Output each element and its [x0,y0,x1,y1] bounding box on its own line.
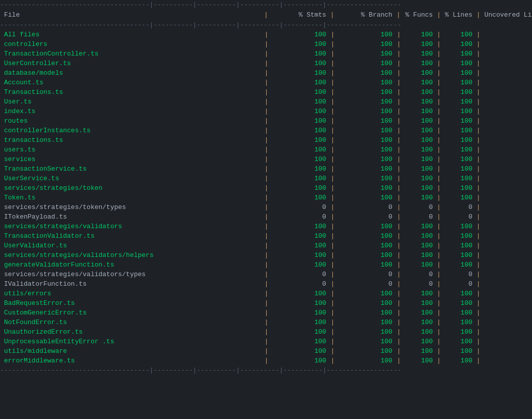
lines-cell: 100 [441,260,477,270]
pipe-separator: | [396,231,401,241]
pipe-separator: | [330,250,335,260]
table-row: generateValidatorFunction.ts|100|100|100… [0,260,532,270]
pipe-separator: | [437,10,441,20]
funcs-cell: 100 [401,193,437,202]
pipe-separator: | [437,308,441,318]
pipe-separator: | [396,318,401,327]
pipe-separator: | [477,250,481,260]
file-cell: services/strategies/validators/helpers [0,250,264,260]
lines-cell: 100 [441,231,477,241]
table-row: routes|100|100|100|100| [0,116,532,126]
uncovered-cell [481,222,532,231]
lines-cell: 100 [441,327,477,337]
header-lines: % Lines [441,10,477,20]
stmts-cell: 0 [269,212,330,222]
pipe-separator: | [396,107,401,116]
pipe-separator: | [396,183,401,193]
lines-cell: 100 [441,222,477,231]
pipe-separator: | [330,174,335,183]
uncovered-cell [481,87,532,97]
pipe-separator: | [264,260,269,270]
table-row: All files|100|100|100|100| [0,30,532,39]
uncovered-cell [481,250,532,260]
file-cell: controllerInstances.ts [0,126,264,135]
pipe-separator: | [330,49,335,59]
lines-cell: 100 [441,97,477,107]
pipe-separator: | [437,356,441,365]
pipe-separator: | [477,107,481,116]
pipe-separator: | [264,154,269,164]
pipe-separator: | [477,116,481,126]
branch-cell: 100 [335,49,396,59]
funcs-cell: 100 [401,59,437,68]
uncovered-cell [481,346,532,356]
branch-cell: 100 [335,97,396,107]
pipe-separator: | [437,116,441,126]
branch-cell: 100 [335,193,396,202]
uncovered-cell [481,193,532,202]
funcs-cell: 100 [401,308,437,318]
file-cell: TransactionService.ts [0,164,264,174]
funcs-cell: 100 [401,116,437,126]
pipe-separator: | [477,298,481,308]
pipe-separator: | [264,356,269,365]
funcs-cell: 100 [401,174,437,183]
pipe-separator: | [396,193,401,202]
funcs-cell: 100 [401,126,437,135]
pipe-separator: | [477,346,481,356]
pipe-separator: | [264,135,269,145]
pipe-separator: | [264,202,269,212]
branch-cell: 100 [335,260,396,270]
stmts-cell: 0 [269,202,330,212]
table-row: TransactionService.ts|100|100|100|100| [0,164,532,174]
pipe-separator: | [396,222,401,231]
pipe-separator: | [264,346,269,356]
pipe-separator: | [477,318,481,327]
uncovered-cell [481,107,532,116]
file-cell: services/strategies/token [0,183,264,193]
table-row: UnprocessableEntityError .ts|100|100|100… [0,337,532,346]
pipe-separator: | [437,49,441,59]
pipe-separator: | [264,308,269,318]
file-cell: UnprocessableEntityError .ts [0,337,264,346]
file-cell: ITokenPayload.ts [0,212,264,222]
pipe-separator: | [477,289,481,298]
pipe-separator: | [396,154,401,164]
lines-cell: 100 [441,154,477,164]
pipe-separator: | [330,30,335,39]
pipe-separator: | [477,97,481,107]
stmts-cell: 100 [269,30,330,39]
uncovered-cell [481,68,532,78]
pipe-separator: | [330,212,335,222]
stmts-cell: 100 [269,231,330,241]
uncovered-cell [481,327,532,337]
file-cell: services [0,154,264,164]
file-cell: generateValidatorFunction.ts [0,260,264,270]
pipe-separator: | [396,250,401,260]
lines-cell: 100 [441,164,477,174]
pipe-separator: | [264,250,269,260]
table-row: utils/middleware|100|100|100|100| [0,346,532,356]
branch-cell: 100 [335,327,396,337]
table-row: controllers|100|100|100|100| [0,39,532,49]
pipe-separator: | [437,193,441,202]
header-stmts: % Stmts [269,10,330,20]
file-cell: utils/middleware [0,346,264,356]
uncovered-cell [481,59,532,68]
pipe-separator: | [396,126,401,135]
funcs-cell: 100 [401,260,437,270]
table-row: UserController.ts|100|100|100|100| [0,59,532,68]
table-row: UserValidator.ts|100|100|100|100| [0,241,532,250]
lines-cell: 100 [441,356,477,365]
pipe-separator: | [396,39,401,49]
stmts-cell: 100 [269,87,330,97]
file-cell: services/strategies/validators/types [0,270,264,279]
file-cell: Transactions.ts [0,87,264,97]
pipe-separator: | [437,87,441,97]
table-row: users.ts|100|100|100|100| [0,145,532,154]
table-row: TransactionValidator.ts|100|100|100|100| [0,231,532,241]
pipe-separator: | [437,241,441,250]
branch-cell: 100 [335,135,396,145]
pipe-separator: | [330,164,335,174]
branch-cell: 100 [335,87,396,97]
